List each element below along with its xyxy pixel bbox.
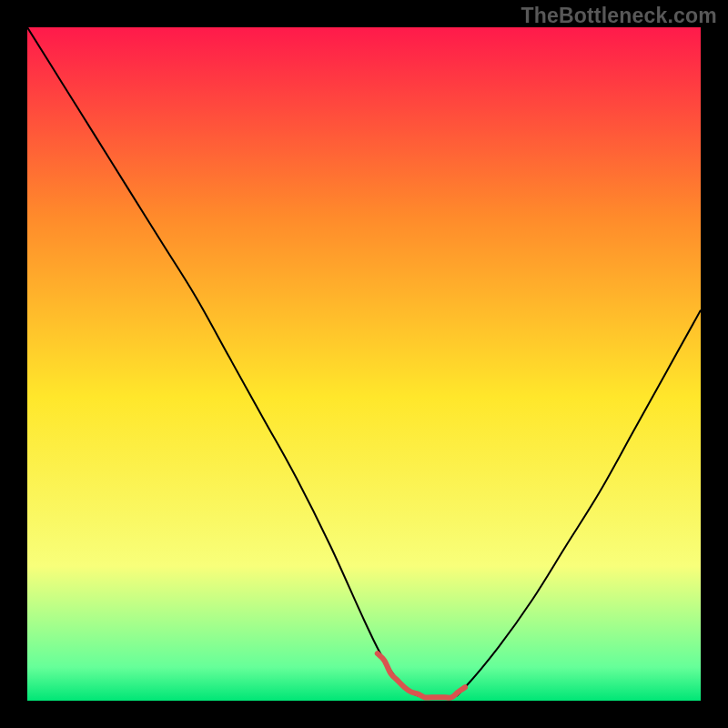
chart-background [27,27,701,701]
watermark-text: TheBottleneck.com [521,4,717,28]
chart-frame: TheBottleneck.com [0,0,728,728]
chart-svg [27,27,701,701]
chart-plot-area [27,27,701,701]
